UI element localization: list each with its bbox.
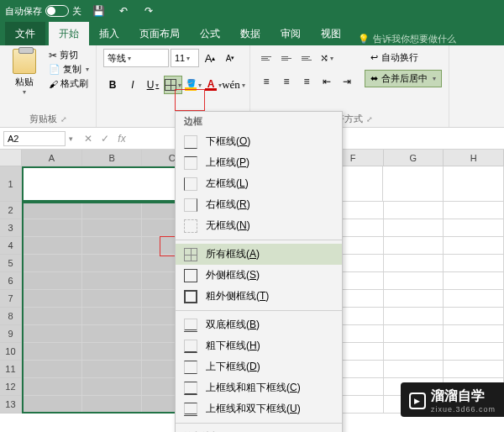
cell[interactable] [444, 255, 504, 272]
border-menu-item[interactable]: 粗下框线(H) [176, 335, 342, 356]
cell[interactable] [384, 219, 444, 237]
tell-me[interactable]: 💡 告诉我你想要做什么 [358, 33, 456, 45]
col-header[interactable]: B [82, 150, 143, 166]
cell[interactable] [384, 361, 444, 378]
tab-insert[interactable]: 插入 [89, 22, 129, 45]
cell[interactable] [22, 308, 82, 325]
cell[interactable] [444, 219, 504, 237]
save-icon[interactable]: 💾 [92, 4, 105, 18]
cell[interactable] [384, 308, 444, 325]
enter-icon[interactable]: ✓ [97, 133, 113, 145]
tab-view[interactable]: 视图 [311, 22, 351, 45]
font-color-button[interactable]: A [204, 76, 223, 94]
align-left-button[interactable]: ≡ [257, 72, 276, 91]
increase-font-button[interactable]: A▴ [201, 49, 219, 67]
cell[interactable] [444, 166, 504, 202]
align-center-button[interactable]: ≡ [277, 72, 296, 91]
cell[interactable] [22, 343, 82, 361]
cell[interactable] [22, 202, 82, 219]
cell[interactable] [22, 255, 82, 272]
border-menu-item[interactable]: 下框线(O) [176, 131, 342, 152]
align-bottom-button[interactable] [297, 49, 316, 67]
row-header[interactable]: 11 [0, 361, 22, 378]
cell[interactable] [82, 396, 143, 414]
cell[interactable] [82, 308, 143, 325]
cell[interactable] [383, 166, 444, 202]
border-menu-item[interactable]: 无框线(N) [176, 215, 342, 236]
cut-button[interactable]: 剪切 [49, 49, 89, 61]
row-header[interactable]: 12 [0, 378, 22, 396]
row-header[interactable]: 8 [0, 308, 22, 325]
namebox-dropdown-icon[interactable]: ▾ [69, 134, 73, 143]
align-top-button[interactable] [257, 49, 276, 67]
row-header[interactable]: 1 [0, 166, 22, 202]
cell[interactable] [22, 378, 82, 396]
row-header[interactable]: 7 [0, 290, 22, 308]
border-menu-item[interactable]: 上框线和粗下框线(C) [176, 377, 342, 398]
cell[interactable] [444, 272, 504, 290]
cancel-icon[interactable]: ✕ [80, 133, 97, 145]
increase-indent-button[interactable]: ⇥ [338, 72, 356, 91]
font-size-combo[interactable]: 11 [171, 49, 199, 67]
cell[interactable] [82, 325, 143, 343]
merge-center-button[interactable]: ⬌合并后居中▾ [365, 70, 442, 87]
autosave-toggle[interactable]: 自动保存 关 [5, 5, 81, 18]
cell[interactable] [82, 343, 143, 361]
undo-icon[interactable]: ↶ [117, 4, 130, 18]
redo-icon[interactable]: ↷ [142, 4, 155, 18]
cell[interactable] [444, 237, 504, 255]
cell[interactable] [82, 290, 143, 308]
border-menu-item[interactable]: 所有框线(A) [176, 244, 342, 265]
col-header[interactable]: G [384, 150, 444, 166]
wrap-text-button[interactable]: ↩自动换行 [365, 49, 442, 66]
cell[interactable] [384, 202, 444, 219]
orientation-button[interactable]: ⤭ [318, 49, 336, 67]
underline-button[interactable]: U [144, 76, 162, 94]
tab-file[interactable]: 文件 [5, 22, 45, 45]
cell[interactable] [82, 272, 143, 290]
row-header[interactable]: 9 [0, 325, 22, 343]
border-menu-item[interactable]: 双底框线(B) [176, 314, 342, 335]
cell[interactable] [82, 255, 143, 272]
cell[interactable] [22, 325, 82, 343]
cell[interactable] [384, 343, 444, 361]
cell[interactable] [444, 308, 504, 325]
cell[interactable] [82, 237, 143, 255]
cell[interactable] [444, 343, 504, 361]
bold-button[interactable]: B [103, 76, 122, 94]
cell[interactable] [22, 290, 82, 308]
font-name-combo[interactable]: 等线 [103, 49, 169, 67]
tab-page-layout[interactable]: 页面布局 [129, 22, 190, 45]
tab-formula[interactable]: 公式 [190, 22, 230, 45]
phonetic-button[interactable]: wén [224, 76, 243, 94]
row-header[interactable]: 13 [0, 396, 22, 414]
cell[interactable] [22, 272, 82, 290]
border-menu-item[interactable]: 上框线和双下框线(U) [176, 398, 342, 419]
border-menu-item[interactable]: 右框线(R) [176, 194, 342, 215]
row-header[interactable]: 10 [0, 343, 22, 361]
align-middle-button[interactable] [277, 49, 296, 67]
select-all-corner[interactable] [0, 150, 22, 166]
fx-icon[interactable]: fx [113, 133, 130, 145]
align-right-button[interactable]: ≡ [297, 72, 316, 91]
row-header[interactable]: 2 [0, 202, 22, 219]
paste-button[interactable]: 粘贴 ▾ [7, 49, 42, 96]
tab-data[interactable]: 数据 [230, 22, 270, 45]
cell[interactable] [82, 361, 143, 378]
border-menu-item[interactable]: 外侧框线(S) [176, 265, 342, 286]
tab-home[interactable]: 开始 [49, 22, 89, 45]
dialog-launcher-icon[interactable]: ⤢ [366, 115, 373, 124]
cell[interactable] [82, 202, 143, 219]
cell[interactable] [22, 219, 82, 237]
cell[interactable] [22, 396, 82, 414]
name-box[interactable] [3, 131, 66, 146]
border-menu-item[interactable]: 粗外侧框线(T) [176, 286, 342, 307]
border-menu-item[interactable]: 上框线(P) [176, 152, 342, 173]
col-header[interactable]: A [22, 150, 82, 166]
cell[interactable] [82, 378, 143, 396]
col-header[interactable]: H [444, 150, 504, 166]
row-header[interactable]: 4 [0, 237, 22, 255]
border-button[interactable] [164, 76, 182, 94]
cell[interactable] [384, 237, 444, 255]
cell[interactable] [384, 272, 444, 290]
